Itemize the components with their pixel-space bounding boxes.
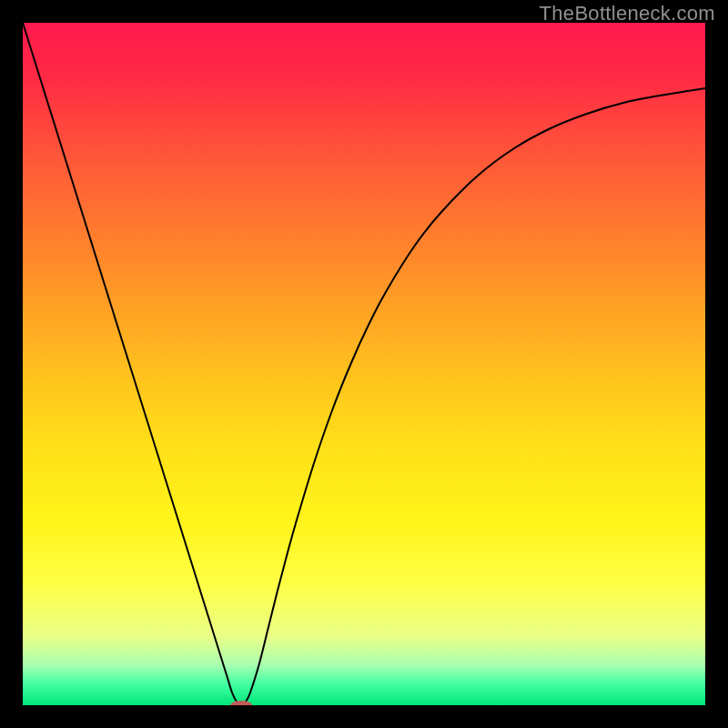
chart-background-gradient — [23, 23, 705, 705]
chart-plot-area — [23, 23, 705, 705]
watermark-text: TheBottleneck.com — [540, 2, 715, 25]
chart-svg — [23, 23, 705, 705]
